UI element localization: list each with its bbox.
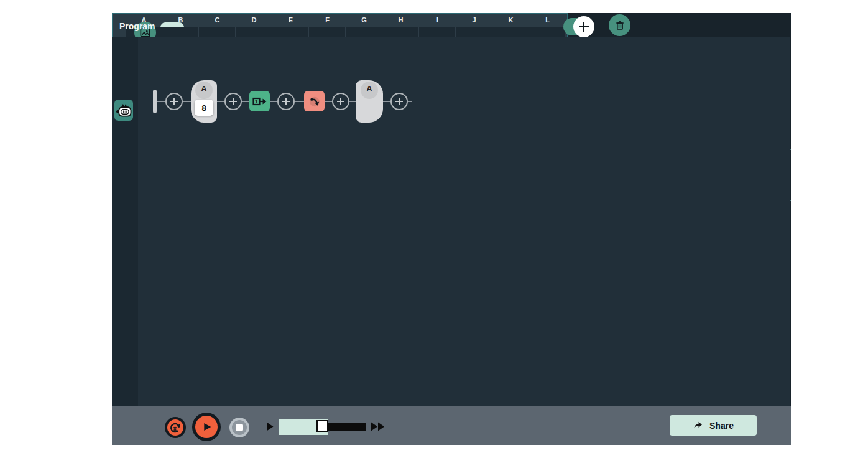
speed-slider-thumb[interactable] xyxy=(316,420,328,432)
play-icon xyxy=(200,420,213,434)
share-icon xyxy=(693,420,703,431)
robot-icon xyxy=(116,103,132,117)
column-header: C xyxy=(199,14,236,26)
column-header: L xyxy=(529,14,566,26)
column-header: I xyxy=(419,14,456,26)
add-step-button[interactable] xyxy=(332,93,349,110)
step-loop-start[interactable]: A 8 xyxy=(191,80,217,123)
step-loop-end[interactable]: A xyxy=(356,80,383,123)
add-node-toggle-knob xyxy=(573,16,594,37)
loop-label: A xyxy=(191,84,217,93)
column-header: J xyxy=(456,14,492,26)
add-step-button[interactable] xyxy=(277,93,295,110)
fast-speed-icon xyxy=(371,421,386,434)
loop-label: A xyxy=(356,84,383,93)
column-header: B xyxy=(162,14,199,26)
step-forward-1[interactable]: 1 xyxy=(249,91,270,111)
column-header: D xyxy=(236,14,272,26)
forward-1-icon: 1 xyxy=(252,94,268,109)
column-header: G xyxy=(346,14,382,26)
delete-all-button[interactable] xyxy=(609,14,630,36)
program-title: Program xyxy=(119,21,155,31)
share-label: Share xyxy=(709,421,734,431)
add-node-toggle[interactable] xyxy=(563,18,592,35)
add-step-button[interactable] xyxy=(390,93,408,110)
column-header: F xyxy=(309,14,346,26)
column-header: K xyxy=(492,14,529,26)
plus-icon xyxy=(578,21,590,33)
svg-text:1: 1 xyxy=(254,98,257,105)
loop-iterations-input[interactable]: 8 xyxy=(195,100,213,116)
stop-icon xyxy=(236,424,243,431)
program-sequence: A 8 1 A xyxy=(138,37,790,444)
play-button[interactable] xyxy=(192,413,221,441)
sequence-start-marker xyxy=(153,90,157,113)
refresh-button[interactable] xyxy=(165,417,186,438)
add-step-button[interactable] xyxy=(165,93,183,110)
trash-icon xyxy=(614,20,626,31)
step-turn-right-45[interactable] xyxy=(304,91,325,111)
weavly-app: W WEAVLY Actions Movements 1 1 xyxy=(112,13,791,445)
character-tab[interactable] xyxy=(114,100,133,121)
turn-right-45-icon xyxy=(307,93,322,109)
column-header: E xyxy=(272,14,309,26)
playback-bar: Share xyxy=(112,406,791,445)
add-step-button[interactable] xyxy=(224,93,242,110)
refresh-icon xyxy=(169,421,182,434)
speed-slider-track-filled[interactable] xyxy=(328,423,366,431)
slow-speed-icon xyxy=(265,421,274,434)
character-column xyxy=(112,37,138,445)
column-header: H xyxy=(382,14,419,26)
share-button[interactable]: Share xyxy=(670,415,757,436)
stop-button[interactable] xyxy=(229,418,249,437)
